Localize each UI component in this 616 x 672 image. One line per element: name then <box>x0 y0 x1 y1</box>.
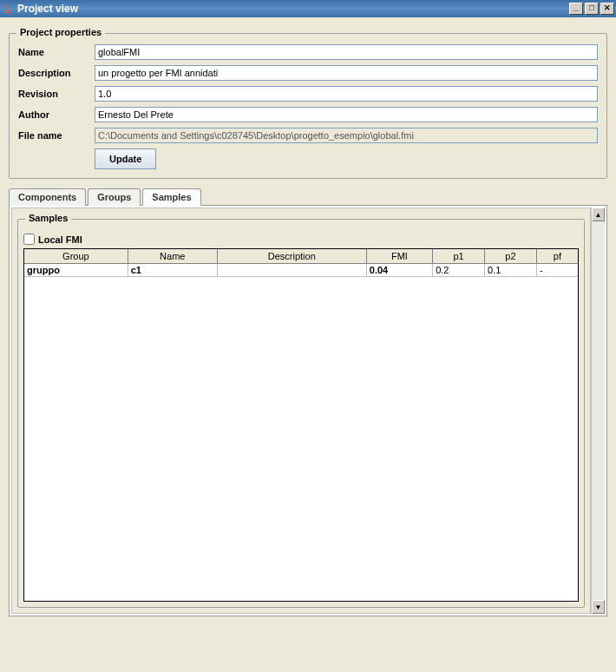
col-fmi[interactable]: FMI <box>366 249 432 263</box>
tabs-area: Components Groups Samples Samples Local … <box>9 188 607 616</box>
table-row[interactable]: gruppo c1 0.04 0.2 0.1 - <box>24 263 578 276</box>
window-controls: _ □ ✕ <box>569 3 614 15</box>
scroll-up-icon[interactable]: ▲ <box>592 208 605 221</box>
close-button[interactable]: ✕ <box>600 3 614 15</box>
revision-label: Revision <box>18 89 95 99</box>
col-p2[interactable]: p2 <box>485 249 537 263</box>
maximize-button[interactable]: □ <box>585 3 599 15</box>
table-header-row: Group Name Description FMI p1 p2 pf <box>24 249 578 263</box>
local-fmi-label: Local FMI <box>38 234 82 245</box>
minimize-button[interactable]: _ <box>569 3 583 15</box>
cell-p1[interactable]: 0.2 <box>433 263 485 276</box>
window-title: Project view <box>17 3 569 15</box>
cell-name[interactable]: c1 <box>128 263 217 276</box>
description-input[interactable] <box>95 65 598 81</box>
update-button[interactable]: Update <box>95 148 156 169</box>
col-pf[interactable]: pf <box>536 249 578 263</box>
samples-table-wrap: Group Name Description FMI p1 p2 pf <box>23 248 579 602</box>
samples-table[interactable]: Group Name Description FMI p1 p2 pf <box>24 249 578 277</box>
samples-panel: Samples Local FMI Group Name Description <box>17 219 585 608</box>
scroll-down-icon[interactable]: ▼ <box>592 600 605 614</box>
tab-components[interactable]: Components <box>9 188 86 206</box>
tabstrip: Components Groups Samples <box>9 188 607 206</box>
vertical-scrollbar[interactable]: ▲ ▼ <box>591 208 605 614</box>
cell-fmi[interactable]: 0.04 <box>366 263 432 276</box>
revision-input[interactable] <box>95 86 598 102</box>
filename-label: File name <box>18 130 95 141</box>
window-titlebar: Project view _ □ ✕ <box>0 0 616 17</box>
project-properties-panel: Project properties Name Description Revi… <box>9 33 607 179</box>
col-description[interactable]: Description <box>217 249 366 263</box>
tab-samples[interactable]: Samples <box>142 188 200 206</box>
java-icon <box>2 3 14 15</box>
name-input[interactable] <box>95 44 598 60</box>
cell-group[interactable]: gruppo <box>24 263 128 276</box>
description-label: Description <box>18 68 95 78</box>
scroll-track[interactable] <box>592 221 605 600</box>
tab-scroll-pane: Samples Local FMI Group Name Description <box>11 208 591 614</box>
col-p1[interactable]: p1 <box>433 249 485 263</box>
author-input[interactable] <box>95 107 598 122</box>
cell-description[interactable] <box>217 263 366 276</box>
cell-pf[interactable]: - <box>536 263 578 276</box>
author-label: Author <box>18 109 95 120</box>
col-group[interactable]: Group <box>24 249 128 263</box>
project-properties-legend: Project properties <box>16 27 105 37</box>
col-name[interactable]: Name <box>128 249 217 263</box>
tab-groups[interactable]: Groups <box>88 188 141 206</box>
local-fmi-row: Local FMI <box>23 234 579 245</box>
name-label: Name <box>18 47 95 57</box>
cell-p2[interactable]: 0.1 <box>485 263 537 276</box>
tab-content: Samples Local FMI Group Name Description <box>9 205 607 616</box>
samples-legend: Samples <box>25 213 71 223</box>
local-fmi-checkbox[interactable] <box>23 234 35 245</box>
filename-input <box>95 128 598 143</box>
